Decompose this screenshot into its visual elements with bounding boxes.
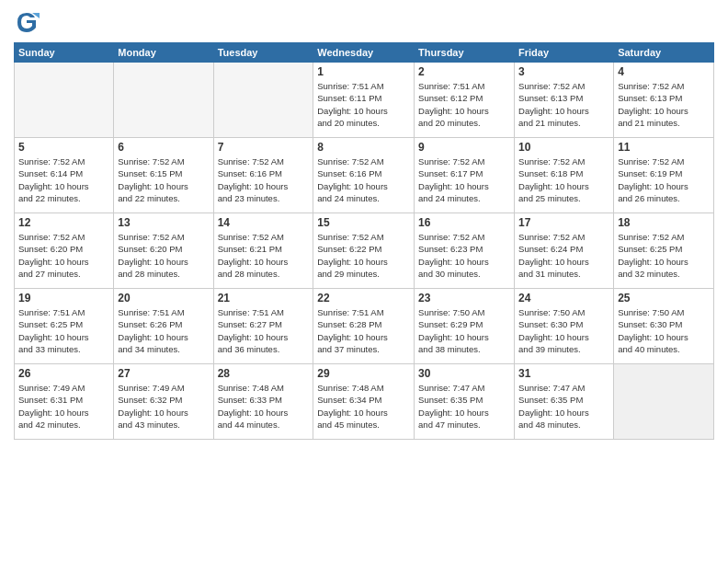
logo-icon: [14, 9, 40, 35]
day-number: 13: [118, 216, 209, 229]
day-cell: 20Sunrise: 7:51 AM Sunset: 6:26 PM Dayli…: [114, 289, 213, 364]
week-row-3: 12Sunrise: 7:52 AM Sunset: 6:20 PM Dayli…: [15, 213, 714, 289]
day-info: Sunrise: 7:50 AM Sunset: 6:30 PM Dayligh…: [518, 306, 609, 355]
day-info: Sunrise: 7:51 AM Sunset: 6:28 PM Dayligh…: [317, 306, 410, 355]
day-number: 11: [618, 141, 710, 154]
week-row-4: 19Sunrise: 7:51 AM Sunset: 6:25 PM Dayli…: [15, 289, 714, 364]
day-cell: 30Sunrise: 7:47 AM Sunset: 6:35 PM Dayli…: [415, 364, 515, 440]
day-cell: 10Sunrise: 7:52 AM Sunset: 6:18 PM Dayli…: [515, 138, 614, 213]
weekday-header-wednesday: Wednesday: [313, 43, 415, 63]
day-info: Sunrise: 7:52 AM Sunset: 6:22 PM Dayligh…: [317, 231, 410, 280]
day-number: 23: [418, 292, 510, 304]
day-number: 24: [518, 292, 609, 304]
calendar: SundayMondayTuesdayWednesdayThursdayFrid…: [14, 42, 714, 440]
day-info: Sunrise: 7:51 AM Sunset: 6:12 PM Dayligh…: [418, 80, 510, 129]
day-cell: 18Sunrise: 7:52 AM Sunset: 6:25 PM Dayli…: [614, 213, 714, 289]
day-info: Sunrise: 7:52 AM Sunset: 6:21 PM Dayligh…: [218, 231, 310, 280]
day-info: Sunrise: 7:47 AM Sunset: 6:35 PM Dayligh…: [418, 382, 510, 431]
weekday-header-friday: Friday: [515, 43, 614, 63]
day-number: 10: [518, 141, 609, 154]
day-number: 21: [218, 292, 310, 304]
day-number: 14: [218, 216, 310, 229]
day-cell: 8Sunrise: 7:52 AM Sunset: 6:16 PM Daylig…: [313, 138, 415, 213]
weekday-header-row: SundayMondayTuesdayWednesdayThursdayFrid…: [15, 43, 714, 63]
day-number: 16: [418, 216, 510, 229]
day-number: 2: [418, 65, 510, 78]
day-info: Sunrise: 7:52 AM Sunset: 6:25 PM Dayligh…: [618, 231, 710, 280]
day-info: Sunrise: 7:52 AM Sunset: 6:13 PM Dayligh…: [618, 80, 710, 129]
day-info: Sunrise: 7:52 AM Sunset: 6:16 PM Dayligh…: [218, 155, 310, 204]
day-number: 6: [118, 141, 209, 154]
day-info: Sunrise: 7:50 AM Sunset: 6:30 PM Dayligh…: [618, 306, 710, 355]
day-cell: 29Sunrise: 7:48 AM Sunset: 6:34 PM Dayli…: [313, 364, 415, 440]
day-info: Sunrise: 7:52 AM Sunset: 6:14 PM Dayligh…: [18, 155, 109, 204]
week-row-1: 1Sunrise: 7:51 AM Sunset: 6:11 PM Daylig…: [15, 63, 714, 138]
day-cell: 15Sunrise: 7:52 AM Sunset: 6:22 PM Dayli…: [313, 213, 415, 289]
day-cell: 16Sunrise: 7:52 AM Sunset: 6:23 PM Dayli…: [415, 213, 515, 289]
day-cell: 23Sunrise: 7:50 AM Sunset: 6:29 PM Dayli…: [415, 289, 515, 364]
day-cell: 3Sunrise: 7:52 AM Sunset: 6:13 PM Daylig…: [515, 63, 614, 138]
week-row-5: 26Sunrise: 7:49 AM Sunset: 6:31 PM Dayli…: [15, 364, 714, 440]
day-number: 1: [317, 65, 410, 78]
day-info: Sunrise: 7:47 AM Sunset: 6:35 PM Dayligh…: [518, 382, 609, 431]
day-cell: 21Sunrise: 7:51 AM Sunset: 6:27 PM Dayli…: [213, 289, 313, 364]
day-cell: 5Sunrise: 7:52 AM Sunset: 6:14 PM Daylig…: [15, 138, 114, 213]
day-info: Sunrise: 7:52 AM Sunset: 6:15 PM Dayligh…: [118, 155, 209, 204]
weekday-header-monday: Monday: [114, 43, 213, 63]
day-info: Sunrise: 7:49 AM Sunset: 6:32 PM Dayligh…: [118, 382, 209, 431]
weekday-header-tuesday: Tuesday: [213, 43, 313, 63]
day-info: Sunrise: 7:52 AM Sunset: 6:24 PM Dayligh…: [518, 231, 609, 280]
day-number: 18: [618, 216, 710, 229]
day-cell: [614, 364, 714, 440]
day-info: Sunrise: 7:51 AM Sunset: 6:27 PM Dayligh…: [218, 306, 310, 355]
day-number: 3: [518, 65, 609, 78]
day-number: 19: [18, 292, 109, 304]
day-cell: 26Sunrise: 7:49 AM Sunset: 6:31 PM Dayli…: [15, 364, 114, 440]
weekday-header-sunday: Sunday: [15, 43, 114, 63]
day-cell: 9Sunrise: 7:52 AM Sunset: 6:17 PM Daylig…: [415, 138, 515, 213]
day-cell: 24Sunrise: 7:50 AM Sunset: 6:30 PM Dayli…: [515, 289, 614, 364]
week-row-2: 5Sunrise: 7:52 AM Sunset: 6:14 PM Daylig…: [15, 138, 714, 213]
day-number: 29: [317, 367, 410, 380]
day-cell: 7Sunrise: 7:52 AM Sunset: 6:16 PM Daylig…: [213, 138, 313, 213]
day-cell: 22Sunrise: 7:51 AM Sunset: 6:28 PM Dayli…: [313, 289, 415, 364]
day-cell: 27Sunrise: 7:49 AM Sunset: 6:32 PM Dayli…: [114, 364, 213, 440]
day-info: Sunrise: 7:50 AM Sunset: 6:29 PM Dayligh…: [418, 306, 510, 355]
day-info: Sunrise: 7:52 AM Sunset: 6:23 PM Dayligh…: [418, 231, 510, 280]
day-number: 7: [218, 141, 310, 154]
day-cell: 11Sunrise: 7:52 AM Sunset: 6:19 PM Dayli…: [614, 138, 714, 213]
day-number: 28: [218, 367, 310, 380]
day-info: Sunrise: 7:51 AM Sunset: 6:25 PM Dayligh…: [18, 306, 109, 355]
day-number: 15: [317, 216, 410, 229]
day-number: 17: [518, 216, 609, 229]
day-info: Sunrise: 7:52 AM Sunset: 6:13 PM Dayligh…: [518, 80, 609, 129]
day-number: 8: [317, 141, 410, 154]
day-cell: 1Sunrise: 7:51 AM Sunset: 6:11 PM Daylig…: [313, 63, 415, 138]
weekday-header-thursday: Thursday: [415, 43, 515, 63]
day-cell: 19Sunrise: 7:51 AM Sunset: 6:25 PM Dayli…: [15, 289, 114, 364]
header: [14, 9, 714, 35]
day-info: Sunrise: 7:52 AM Sunset: 6:20 PM Dayligh…: [18, 231, 109, 280]
day-cell: 28Sunrise: 7:48 AM Sunset: 6:33 PM Dayli…: [213, 364, 313, 440]
day-cell: 6Sunrise: 7:52 AM Sunset: 6:15 PM Daylig…: [114, 138, 213, 213]
day-number: 9: [418, 141, 510, 154]
day-cell: 14Sunrise: 7:52 AM Sunset: 6:21 PM Dayli…: [213, 213, 313, 289]
day-cell: 31Sunrise: 7:47 AM Sunset: 6:35 PM Dayli…: [515, 364, 614, 440]
day-info: Sunrise: 7:52 AM Sunset: 6:17 PM Dayligh…: [418, 155, 510, 204]
day-number: 5: [18, 141, 109, 154]
day-number: 25: [618, 292, 710, 304]
day-info: Sunrise: 7:52 AM Sunset: 6:16 PM Dayligh…: [317, 155, 410, 204]
day-info: Sunrise: 7:51 AM Sunset: 6:26 PM Dayligh…: [118, 306, 209, 355]
day-number: 26: [18, 367, 109, 380]
day-cell: [15, 63, 114, 138]
day-number: 30: [418, 367, 510, 380]
day-cell: [114, 63, 213, 138]
day-cell: 25Sunrise: 7:50 AM Sunset: 6:30 PM Dayli…: [614, 289, 714, 364]
page: SundayMondayTuesdayWednesdayThursdayFrid…: [0, 0, 728, 563]
day-info: Sunrise: 7:52 AM Sunset: 6:19 PM Dayligh…: [618, 155, 710, 204]
day-number: 31: [518, 367, 609, 380]
day-cell: 2Sunrise: 7:51 AM Sunset: 6:12 PM Daylig…: [415, 63, 515, 138]
day-number: 12: [18, 216, 109, 229]
day-number: 4: [618, 65, 710, 78]
day-cell: 4Sunrise: 7:52 AM Sunset: 6:13 PM Daylig…: [614, 63, 714, 138]
